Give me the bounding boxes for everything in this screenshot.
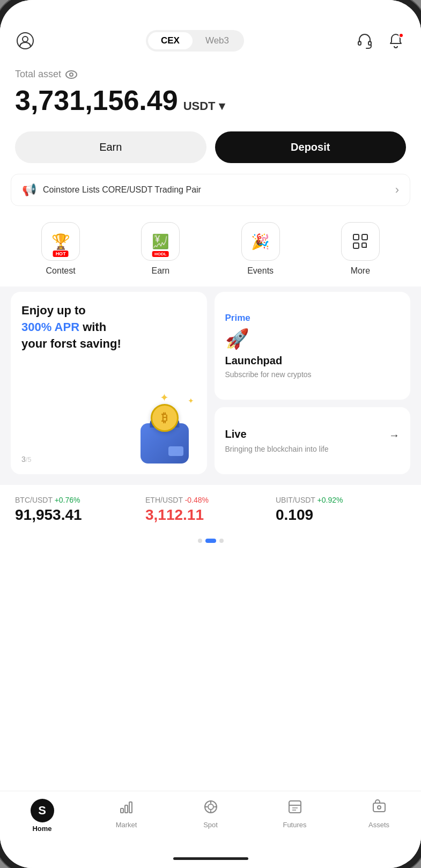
home-bar-line [173, 857, 248, 860]
live-header: Live → [225, 428, 400, 443]
announcement-icon: 📢 [22, 183, 36, 197]
launchpad-title: Launchpad [225, 355, 400, 367]
live-arrow-icon: → [389, 429, 400, 442]
svg-point-16 [208, 804, 213, 810]
earn-icon: 💹 HODL [141, 222, 180, 261]
action-buttons: Earn Deposit [0, 125, 421, 174]
home-indicator [0, 849, 421, 868]
quick-action-more[interactable]: More [341, 222, 380, 276]
launchpad-card[interactable]: Prime 🚀 Launchpad Subscribe for new cryp… [215, 292, 411, 400]
dot-1 [198, 539, 202, 543]
eye-icon[interactable] [65, 70, 77, 79]
quick-action-earn[interactable]: 💹 HODL Earn [141, 222, 180, 276]
nav-futures[interactable]: Futures [274, 799, 316, 833]
deposit-button[interactable]: Deposit [215, 131, 407, 163]
chevron-right-icon: › [395, 183, 399, 197]
coin-illustration: ✦ ✦ ₿ [130, 404, 200, 464]
contest-label: Contest [46, 266, 76, 276]
svg-point-1 [23, 36, 28, 42]
profile-icon[interactable] [15, 31, 35, 51]
ticker-item-2[interactable]: UBIT/USDT +0.92%0.109 [276, 496, 406, 524]
svg-rect-21 [289, 801, 301, 813]
events-icon: 🎉 [241, 222, 280, 261]
mode-switcher[interactable]: CEX Web3 [146, 30, 244, 52]
app-header: CEX Web3 [0, 24, 421, 58]
launchpad-subtitle: Subscribe for new cryptos [225, 370, 400, 379]
futures-icon [287, 799, 303, 819]
dot-2 [205, 539, 216, 543]
contest-icon: 🏆 HOT [41, 222, 80, 261]
home-nav-label: Home [32, 825, 51, 833]
svg-rect-6 [353, 234, 359, 240]
events-label: Events [247, 266, 274, 276]
market-icon [119, 799, 135, 819]
live-title: Live [225, 428, 247, 440]
quick-action-events[interactable]: 🎉 Events [241, 222, 280, 276]
quick-action-contest[interactable]: 🏆 HOT Contest [41, 222, 80, 276]
earn-button[interactable]: Earn [15, 131, 206, 163]
quick-actions: 🏆 HOT Contest 💹 HODL Earn 🎉 [0, 217, 421, 286]
earn-label: Earn [151, 266, 169, 276]
assets-nav-label: Assets [368, 821, 389, 829]
svg-rect-14 [129, 802, 132, 813]
apr-card[interactable]: Enjoy up to 300% APR with your forst sav… [11, 292, 207, 474]
ticker-item-1[interactable]: ETH/USDT -0.48%3,112.11 [145, 496, 276, 524]
ticker-section: BTC/USDT +0.76%91,953.41ETH/USDT -0.48%3… [0, 485, 421, 534]
ticker-pagination [0, 534, 421, 545]
svg-rect-25 [373, 803, 385, 812]
nav-market[interactable]: Market [105, 799, 148, 833]
live-card[interactable]: Live → Bringing the blockchain into life [215, 407, 411, 474]
asset-section: Total asset 3,731,156.49 USDT ▾ [0, 58, 421, 125]
svg-rect-7 [362, 234, 367, 240]
spot-icon [203, 799, 219, 819]
live-subtitle: Bringing the blockchain into life [225, 445, 400, 453]
nav-assets[interactable]: Assets [358, 799, 401, 833]
ticker-item-0[interactable]: BTC/USDT +0.76%91,953.41 [15, 496, 145, 524]
notification-badge [398, 33, 404, 38]
bottom-nav: S Home Market [0, 791, 421, 849]
total-asset-label: Total asset [15, 69, 406, 80]
nav-spot[interactable]: Spot [189, 799, 232, 833]
nav-home[interactable]: S Home [21, 799, 64, 833]
home-icon: S [31, 799, 54, 822]
main-scroll: Total asset 3,731,156.49 USDT ▾ Earn Dep… [0, 58, 421, 791]
market-nav-label: Market [116, 821, 137, 829]
web3-tab[interactable]: Web3 [193, 32, 242, 49]
svg-rect-8 [353, 243, 359, 248]
cex-tab[interactable]: CEX [148, 32, 193, 49]
cards-section: Enjoy up to 300% APR with your forst sav… [0, 286, 421, 485]
apr-text: Enjoy up to 300% APR with your forst sav… [21, 303, 196, 352]
spot-nav-label: Spot [203, 821, 218, 829]
svg-point-4 [66, 71, 77, 78]
announcement-text: 📢 Coinstore Lists CORE/USDT Trading Pair [22, 183, 201, 197]
more-icon [341, 222, 380, 261]
dot-3 [219, 539, 224, 543]
svg-point-5 [70, 73, 73, 76]
hodl-badge: HODL [152, 251, 169, 257]
svg-rect-13 [125, 805, 128, 813]
announcement-banner[interactable]: 📢 Coinstore Lists CORE/USDT Trading Pair… [11, 174, 410, 206]
support-icon[interactable] [354, 31, 375, 51]
asset-amount: 3,731,156.49 USDT ▾ [15, 84, 406, 116]
futures-nav-label: Futures [283, 821, 306, 829]
header-icons [354, 31, 406, 51]
svg-rect-9 [362, 243, 366, 247]
svg-point-26 [378, 806, 381, 809]
rocket-icon: 🚀 [225, 328, 400, 350]
assets-icon [371, 799, 387, 819]
hot-badge: HOT [53, 251, 69, 257]
prime-label: Prime [225, 313, 400, 323]
svg-rect-12 [121, 808, 123, 813]
more-label: More [351, 266, 370, 276]
notification-icon[interactable] [386, 31, 406, 51]
